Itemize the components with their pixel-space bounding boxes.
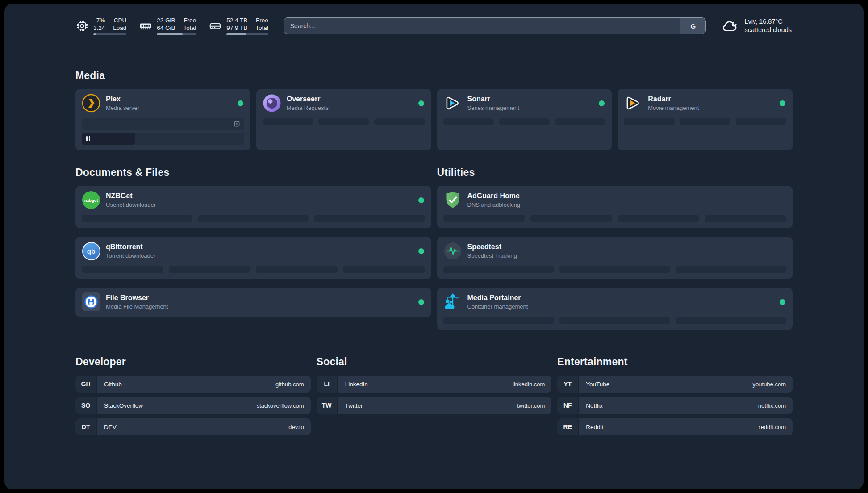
stat-tile (443, 118, 494, 125)
bookmark-name: Twitter (345, 402, 363, 409)
app-card-overseerr[interactable]: Overseerr Media Requests (256, 89, 431, 150)
playback-progress (82, 133, 244, 145)
resource-progress-track (226, 33, 268, 35)
stat-tile (263, 118, 313, 125)
app-name: Sonarr (467, 95, 519, 104)
bookmark-url: twitter.com (517, 402, 545, 409)
app-card-sonarr[interactable]: Sonarr Series management (437, 89, 612, 150)
app-card-speedtest[interactable]: Speedtest Speedtest Tracking (437, 237, 793, 279)
stat-tile (624, 118, 674, 125)
resource-progress-fill (157, 33, 183, 35)
app-description: Movie management (648, 104, 699, 112)
bookmark-group-social: Social LI LinkedIn linkedin.com TW Twitt… (317, 356, 552, 435)
bookmark-abbr: NF (557, 397, 578, 414)
bookmark-url: youtube.com (753, 381, 786, 388)
header-divider (75, 46, 793, 46)
nzbget-icon: nzbget (82, 191, 100, 209)
app-stats-row (443, 266, 787, 273)
bookmark-abbr: RE (557, 418, 578, 435)
plex-icon (82, 94, 100, 113)
stat-tile (555, 118, 605, 125)
app-card-adguard[interactable]: AdGuard Home DNS and adblocking (437, 186, 793, 228)
dashboard: 7% 3.24 CPU Load 22 GiB 64 GiB (4, 4, 864, 489)
app-name: qBittorrent (106, 242, 155, 251)
resource-value-1: 7% (96, 17, 105, 24)
portainer-icon (443, 292, 462, 311)
bookmark-link-youtube[interactable]: YT YouTube youtube.com (557, 376, 793, 393)
resource-value-2: 97.9 TB (226, 24, 247, 32)
bookmark-name: DEV (104, 424, 117, 430)
stat-tile (559, 266, 670, 273)
search-input[interactable] (284, 18, 680, 34)
stat-tile (443, 317, 554, 324)
stat-tile (618, 215, 699, 222)
bookmark-link-reddit[interactable]: RE Reddit reddit.com (557, 418, 793, 435)
app-card-plex[interactable]: Plex Media server (75, 89, 250, 150)
bookmark-link-linkedin[interactable]: LI LinkedIn linkedin.com (317, 376, 552, 393)
bookmark-name: LinkedIn (345, 381, 368, 388)
weather-condition: scattered clouds (744, 26, 792, 34)
resource-label-2: Load (113, 24, 126, 32)
qbittorrent-icon: qb (82, 242, 100, 260)
status-dot (418, 248, 424, 254)
bookmark-group-entertainment: Entertainment YT YouTube youtube.com NF … (557, 356, 793, 435)
bookmark-link-twitter[interactable]: TW Twitter twitter.com (317, 397, 552, 414)
bookmark-abbr: LI (317, 376, 337, 393)
status-dot (780, 100, 785, 106)
resource-value-1: 52.4 TB (226, 17, 247, 24)
stat-tile (169, 266, 250, 273)
bookmark-link-dev[interactable]: DT DEV dev.to (75, 418, 311, 435)
resource-widget-memory: 22 GiB 64 GiB Free Total (139, 17, 196, 35)
bookmark-link-github[interactable]: GH Github github.com (75, 376, 311, 393)
app-card-radarr[interactable]: Radarr Movie management (618, 89, 793, 150)
resource-progress-fill (226, 33, 246, 35)
stat-tile (499, 118, 550, 125)
window-frame: 7% 3.24 CPU Load 22 GiB 64 GiB (0, 0, 868, 493)
resource-label-1: Free (256, 17, 268, 24)
app-card-nzbget[interactable]: nzbget NZBGet Usenet downloader (75, 186, 431, 228)
bookmark-name: StackOverflow (104, 402, 143, 409)
app-stats-row (82, 266, 425, 273)
bookmark-abbr: DT (75, 418, 96, 435)
status-dot (238, 100, 243, 106)
pause-indicator (82, 133, 135, 145)
app-name: Radarr (648, 95, 699, 104)
memory-icon (139, 19, 152, 33)
radarr-icon (624, 94, 643, 113)
bookmark-link-stackoverflow[interactable]: SO StackOverflow stackoverflow.com (75, 397, 311, 414)
bookmark-link-netflix[interactable]: NF Netflix netflix.com (557, 397, 793, 414)
app-description: Media server (106, 104, 139, 112)
section-title-media: Media (75, 70, 793, 82)
app-description: Usenet downloader (106, 201, 156, 209)
app-card-qbittorrent[interactable]: qb qBittorrent Torrent downloader (75, 237, 431, 279)
app-name: AdGuard Home (467, 192, 521, 201)
stat-tile (736, 118, 786, 125)
stat-tile (198, 215, 309, 222)
overseerr-icon (263, 94, 281, 113)
disk-icon (209, 19, 222, 33)
app-card-portainer[interactable]: Media Portainer Container management (437, 288, 793, 330)
stat-tile (680, 118, 730, 125)
search-provider-button[interactable]: G (680, 18, 705, 34)
app-name: NZBGet (106, 192, 156, 201)
bookmark-group-title: Entertainment (557, 356, 793, 368)
app-description: DNS and adblocking (467, 201, 521, 209)
app-description: Container management (467, 303, 528, 310)
weather-location-temp: Lviv, 16.87°C (744, 17, 792, 26)
bookmark-name: Github (104, 381, 122, 388)
app-description: Torrent downloader (106, 252, 155, 259)
app-card-filebrowser[interactable]: File Browser Media File Management (75, 288, 431, 317)
stat-tile (705, 215, 786, 222)
resource-widget-cpu: 7% 3.24 CPU Load (75, 17, 126, 35)
resource-label-1: CPU (114, 17, 127, 24)
status-dot (418, 197, 424, 203)
bookmark-url: github.com (275, 381, 304, 388)
stat-tile (530, 215, 612, 222)
pause-icon (86, 136, 88, 141)
stat-tile (82, 266, 163, 273)
bookmark-groups: Developer GH Github github.com SO StackO… (75, 356, 793, 449)
app-description: Series management (467, 104, 519, 112)
cpu-icon (75, 19, 89, 33)
app-description: Media File Management (106, 303, 168, 310)
stat-tile (314, 215, 425, 222)
